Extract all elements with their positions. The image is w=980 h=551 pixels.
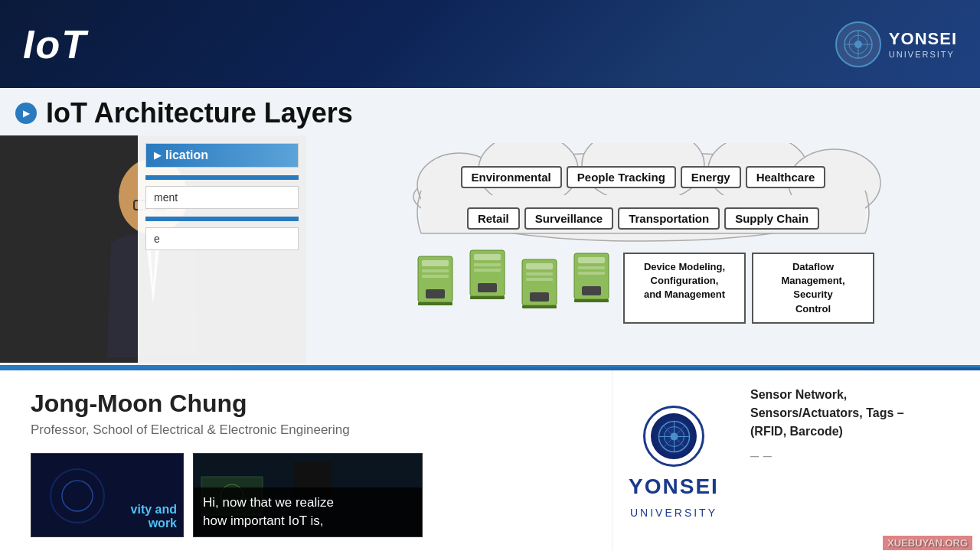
app-tag-transportation: Transportation <box>618 207 720 230</box>
server-icons <box>412 253 614 314</box>
svg-rect-36 <box>522 305 557 308</box>
instructor-section: Jong-Moon Chung Professor, School of Ele… <box>0 370 612 551</box>
server-icon-2 <box>464 246 510 308</box>
svg-rect-23 <box>426 289 445 298</box>
overlay-item-3: e <box>145 227 299 250</box>
thumbnail-1-text: vity and work <box>131 503 177 530</box>
svg-rect-40 <box>578 272 605 275</box>
header-logo: YONSEI UNIVERSITY <box>835 21 957 67</box>
course-thumbnails: vity and work Hi, now that we realize <box>31 453 581 537</box>
app-tag-retail: Retail <box>467 207 520 230</box>
subtitle-text: Hi, now that we realize how important Io… <box>203 494 413 530</box>
app-tags-container: Environmental People Tracking Energy Hea… <box>398 143 888 246</box>
app-tag-surveillance: Surveillance <box>524 207 613 230</box>
university-name-text: YONSEI <box>629 474 719 499</box>
svg-rect-28 <box>474 269 501 272</box>
svg-rect-29 <box>478 283 497 292</box>
logo-text-block: YONSEI UNIVERSITY <box>889 29 957 58</box>
slide-title: IoT Architecture Layers <box>46 97 353 129</box>
university-subname-text: UNIVERSITY <box>630 507 717 519</box>
svg-rect-32 <box>526 263 553 269</box>
info-row: Jong-Moon Chung Professor, School of Ele… <box>0 370 980 551</box>
right-info-section: Sensor Network, Sensors/Actuators, Tags … <box>735 370 980 551</box>
svg-rect-30 <box>470 296 505 299</box>
thumbnail-1[interactable]: vity and work <box>31 453 184 537</box>
slide-overlay: lication ment e <box>138 135 306 363</box>
svg-rect-20 <box>422 260 449 266</box>
instructor-name: Jong-Moon Chung <box>31 390 581 418</box>
bullet-icon <box>15 103 37 124</box>
subtitle-bar: Hi, now that we realize how important Io… <box>194 487 422 536</box>
svg-rect-42 <box>574 299 609 302</box>
thumbnail-2[interactable]: Hi, now that we realize how important Io… <box>193 453 423 537</box>
svg-rect-34 <box>526 278 553 281</box>
slide-title-row: IoT Architecture Layers <box>0 88 980 135</box>
app-tag-environmental: Environmental <box>461 166 562 188</box>
presenter-area: lication ment e <box>0 135 306 363</box>
overlay-bar-2 <box>145 217 299 221</box>
server-row: Device Modeling,Configuration,and Manage… <box>322 253 965 324</box>
text-box-dataflow: DataflowManagement,SecurityControl <box>752 253 874 324</box>
logo-circle <box>835 21 881 67</box>
svg-rect-24 <box>418 302 452 305</box>
server-icon-1 <box>412 253 458 314</box>
server-icon-3 <box>516 256 562 317</box>
app-tag-energy: Energy <box>681 166 741 188</box>
university-logo-inner <box>651 413 697 459</box>
app-tag-healthcare: Healthcare <box>746 166 826 188</box>
server-text-boxes: Device Modeling,Configuration,and Manage… <box>623 253 874 324</box>
app-tag-people-tracking: People Tracking <box>567 166 676 188</box>
dash-separator: – – <box>750 447 965 465</box>
svg-rect-21 <box>422 269 449 272</box>
header: IoT YONSEI UNIVERSITY <box>0 0 980 88</box>
svg-rect-39 <box>578 266 605 269</box>
app-tag-supply-chain: Supply Chain <box>724 207 819 230</box>
svg-rect-26 <box>474 254 501 260</box>
watermark: XUEBUYAN.ORG <box>883 536 972 550</box>
svg-rect-38 <box>578 257 605 263</box>
header-title: IoT <box>23 21 87 67</box>
university-subtext: UNIVERSITY <box>889 50 957 59</box>
overlay-bar-1 <box>145 175 299 180</box>
slide-content: lication ment e <box>0 135 980 363</box>
university-name: YONSEI <box>889 29 957 49</box>
sensor-network-text: Sensor Network, Sensors/Actuators, Tags … <box>750 386 965 441</box>
server-icon-4 <box>568 249 614 311</box>
diagram-area: Environmental People Tracking Energy Hea… <box>306 135 980 363</box>
instructor-title: Professor, School of Electrical & Electr… <box>31 422 581 438</box>
svg-rect-35 <box>530 292 549 302</box>
text-box-device-modeling: Device Modeling,Configuration,and Manage… <box>623 253 746 324</box>
cloud-applications: Environmental People Tracking Energy Hea… <box>398 143 888 246</box>
university-section: YONSEI UNIVERSITY <box>612 370 735 551</box>
university-logo <box>643 406 704 467</box>
overlay-application-label: lication <box>145 143 299 168</box>
slide-area: IoT Architecture Layers <box>0 88 980 367</box>
svg-rect-22 <box>422 275 449 278</box>
svg-rect-27 <box>474 263 501 266</box>
overlay-management-label: ment <box>145 186 299 209</box>
svg-rect-41 <box>582 286 601 295</box>
svg-rect-33 <box>526 272 553 276</box>
